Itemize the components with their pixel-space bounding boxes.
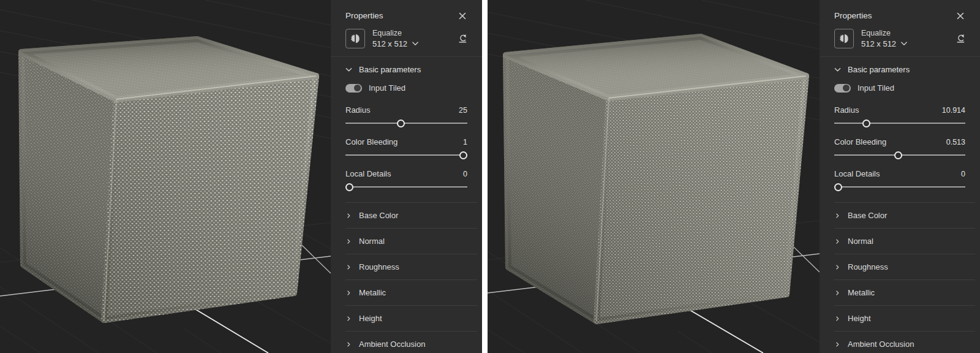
section-roughness[interactable]: Roughness [820,254,980,279]
section-roughness[interactable]: Roughness [331,254,482,279]
slider-label: Color Bleeding [834,137,886,146]
properties-panel-right: Properties Equalize 512 x 512 [820,0,980,353]
slider-handle[interactable] [459,151,467,159]
toggle-knob [354,85,361,91]
filter-size-value: 512 x 512 [861,39,896,48]
slider-track-line [834,186,965,188]
chevron-down-icon [412,42,418,46]
filter-size-value: 512 x 512 [372,39,407,48]
section-basic-parameters[interactable]: Basic parameters [820,57,980,80]
reset-icon[interactable] [956,34,965,44]
slider-track-line [345,186,467,188]
slider-track[interactable] [345,151,467,159]
section-label: Metallic [848,288,875,297]
section-label: Ambient Occlusion [848,340,914,349]
section-label: Base Color [359,211,398,220]
slider-track[interactable] [834,119,965,127]
section-metallic[interactable]: Metallic [820,280,980,305]
close-icon[interactable] [459,12,466,20]
section-label: Basic parameters [359,65,421,74]
slider-track[interactable] [345,183,467,191]
section-label: Base Color [848,211,887,220]
app-window: Properties Equalize 512 x 512 [0,0,980,353]
slider-value: 10.914 [942,106,965,115]
slider-value: 0 [961,170,965,178]
slider-label: Local Details [345,169,391,178]
close-icon[interactable] [957,12,964,20]
chevron-right-icon [834,213,841,218]
slider-handle[interactable] [862,120,870,127]
slider-color-bleeding: Color Bleeding 0.513 [820,132,980,164]
material-preview-cube-right [488,0,820,353]
slider-value: 25 [459,106,467,115]
slider-local-details: Local Details 0 [820,164,980,196]
panel-title: Properties [834,11,872,20]
filter-row: Equalize 512 x 512 [820,20,980,56]
section-label: Roughness [359,262,399,271]
section-height[interactable]: Height [820,306,980,331]
chevron-right-icon [345,316,352,321]
section-base-color[interactable]: Base Color [820,203,980,228]
filter-text: Equalize 512 x 512 [372,29,418,48]
section-label: Metallic [359,288,386,297]
equalize-filter-icon [834,29,854,48]
filter-name: Equalize [372,29,418,37]
chevron-right-icon [834,265,841,270]
viewport-3d-right[interactable] [488,0,820,353]
slider-handle[interactable] [345,183,353,191]
slider-local-details: Local Details 0 [331,164,482,196]
section-ambient-occlusion[interactable]: Ambient Occlusion [820,332,980,353]
material-preview-cube-left [0,0,331,353]
slider-track[interactable] [345,119,467,127]
section-label: Height [848,314,871,323]
section-metallic[interactable]: Metallic [331,280,482,305]
filter-size-dropdown[interactable]: 512 x 512 [861,39,907,48]
toggle-knob [843,85,850,91]
reset-icon[interactable] [458,34,467,44]
filter-row: Equalize 512 x 512 [331,20,482,56]
chevron-right-icon [345,290,352,295]
slider-label: Radius [834,105,859,115]
filter-size-dropdown[interactable]: 512 x 512 [372,39,418,48]
input-tiled-toggle[interactable] [834,84,851,93]
toggle-label: Input Tiled [858,83,894,93]
section-ambient-occlusion[interactable]: Ambient Occlusion [331,332,482,353]
slider-handle[interactable] [894,151,902,159]
slider-handle[interactable] [397,120,405,127]
slider-value: 0.513 [946,138,965,146]
slider-track-line [345,123,467,124]
section-basic-parameters[interactable]: Basic parameters [331,57,482,80]
section-label: Ambient Occlusion [359,340,425,349]
chevron-down-icon [345,67,352,72]
chevron-down-icon [901,42,907,46]
slider-value: 0 [463,170,467,178]
viewport-3d-left[interactable] [0,0,331,353]
chevron-right-icon [834,342,841,347]
slider-handle[interactable] [834,183,842,191]
toggle-label: Input Tiled [369,83,405,93]
section-normal[interactable]: Normal [331,229,482,254]
section-label: Normal [848,237,873,246]
input-tiled-row[interactable]: Input Tiled [820,80,980,101]
filter-text: Equalize 512 x 512 [861,29,907,48]
slider-track[interactable] [834,183,965,191]
input-tiled-toggle[interactable] [345,84,362,93]
section-base-color[interactable]: Base Color [331,203,482,228]
slider-track-line [345,154,467,156]
split-divider[interactable] [482,0,488,353]
slider-track[interactable] [834,151,965,159]
slider-value: 1 [463,138,467,146]
slider-radius: Radius 10.914 [820,101,980,132]
chevron-right-icon [345,265,352,270]
chevron-down-icon [834,67,841,72]
chevron-right-icon [345,213,352,218]
slider-label: Local Details [834,169,880,178]
section-height[interactable]: Height [331,306,482,331]
panel-title: Properties [345,11,383,20]
section-normal[interactable]: Normal [820,229,980,254]
properties-panel-left: Properties Equalize 512 x 512 [331,0,482,353]
input-tiled-row[interactable]: Input Tiled [331,80,482,101]
chevron-right-icon [834,239,841,244]
slider-track-line [834,123,965,124]
slider-label: Radius [345,105,370,115]
